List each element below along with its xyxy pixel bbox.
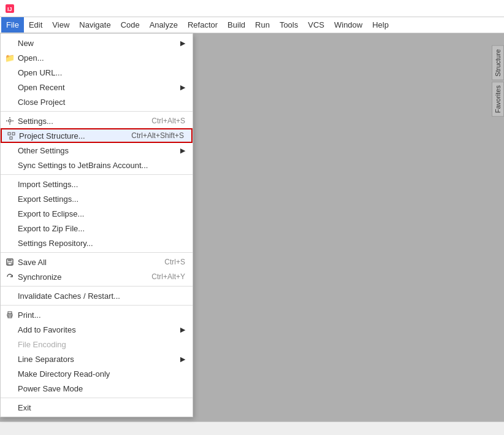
separator-after-synchronize (1, 286, 193, 287)
file-menu-shortcut-project_structure: Ctrl+Alt+Shift+S (131, 131, 184, 140)
favorites-label[interactable]: Favorites (492, 82, 504, 117)
right-sidebar: Structure Favorites (492, 45, 504, 117)
file-menu-item-sync_settings[interactable]: Sync Settings to JetBrains Account... (1, 158, 193, 172)
menu-bar-item-build[interactable]: Build (223, 17, 250, 33)
file-menu-shortcut-synchronize: Ctrl+Alt+Y (151, 272, 185, 281)
file-menu-shortcut-settings: Ctrl+Alt+S (151, 117, 185, 125)
svg-rect-3 (8, 133, 10, 135)
svg-rect-7 (8, 259, 12, 261)
structure-label[interactable]: Structure (492, 45, 504, 80)
file-menu-item-settings[interactable]: Settings...Ctrl+Alt+S (1, 114, 193, 128)
svg-text:IJ: IJ (7, 6, 12, 12)
file-menu-label-print: Print... (18, 310, 41, 320)
file-menu-label-save_all: Save All (18, 258, 47, 267)
file-menu-label-exit: Exit (18, 403, 31, 412)
file-menu-shortcut-save_all: Ctrl+S (164, 258, 185, 266)
file-menu-item-open_recent[interactable]: Open Recent▶ (1, 80, 193, 94)
file-menu-label-open: Open... (18, 53, 44, 63)
separator-after-close_project (1, 111, 193, 112)
file-menu-label-open_url: Open URL... (18, 68, 62, 77)
file-menu-arrow-add_favorites: ▶ (180, 326, 185, 334)
file-menu-item-add_favorites[interactable]: Add to Favorites▶ (1, 322, 193, 337)
file-menu-label-close_project: Close Project (18, 98, 65, 107)
menu-bar-item-view[interactable]: View (47, 17, 74, 33)
file-menu-label-add_favorites: Add to Favorites (18, 325, 76, 334)
file-menu-label-new: New (18, 39, 34, 48)
file-menu-label-synchronize: Synchronize (18, 272, 62, 282)
file-menu-label-line_separators: Line Separators (18, 355, 74, 364)
menu-bar-item-vcs[interactable]: VCS (303, 17, 329, 33)
file-menu-label-make_readonly: Make Directory Read-only (18, 369, 110, 379)
file-menu-item-new[interactable]: New▶ (1, 36, 193, 50)
menu-bar-item-run[interactable]: Run (250, 17, 275, 33)
file-menu-item-close_project[interactable]: Close Project (1, 94, 193, 109)
menu-bar-item-edit[interactable]: Edit (24, 17, 47, 33)
file-menu-arrow-new: ▶ (180, 39, 185, 47)
svg-point-2 (9, 120, 11, 122)
separator-after-sync_settings (1, 174, 193, 175)
menu-bar-item-help[interactable]: Help (367, 17, 394, 33)
menu-bar-item-tools[interactable]: Tools (275, 17, 303, 33)
file-menu-item-open_url[interactable]: Open URL... (1, 65, 193, 80)
svg-rect-5 (10, 137, 12, 139)
file-menu-label-export_zip: Export to Zip File... (18, 224, 85, 233)
file-menu-item-open[interactable]: 📁Open... (1, 50, 193, 65)
file-menu-item-export_eclipse[interactable]: Export to Eclipse... (1, 206, 193, 221)
menu-bar-item-analyze[interactable]: Analyze (145, 17, 183, 33)
file-menu-label-project_structure: Project Structure... (19, 131, 85, 141)
file-menu-arrow-other_settings: ▶ (180, 147, 185, 155)
main-area: Structure Favorites (193, 33, 504, 422)
file-dropdown-menu: New▶📁Open...Open URL...Open Recent▶Close… (0, 33, 193, 417)
file-menu-label-file_encoding: File Encoding (18, 340, 66, 349)
file-menu-arrow-open_recent: ▶ (180, 83, 185, 91)
file-menu-item-exit[interactable]: Exit (1, 400, 193, 415)
file-menu-item-export_settings[interactable]: Export Settings... (1, 191, 193, 206)
file-menu-label-power_save: Power Save Mode (18, 384, 83, 393)
file-menu-label-settings: Settings... (18, 117, 53, 126)
sync-icon (4, 271, 15, 282)
separator-after-settings_repo (1, 252, 193, 253)
settings-icon (4, 115, 15, 126)
file-menu-label-export_settings: Export Settings... (18, 194, 78, 204)
separator-after-power_save (1, 398, 193, 398)
file-menu-label-invalidate: Invalidate Caches / Restart... (18, 291, 120, 301)
file-menu-item-power_save[interactable]: Power Save Mode (1, 381, 193, 396)
file-menu-arrow-line_separators: ▶ (180, 355, 185, 363)
menu-bar-item-refactor[interactable]: Refactor (183, 17, 223, 33)
menu-bar-item-window[interactable]: Window (329, 17, 367, 33)
file-menu-label-export_eclipse: Export to Eclipse... (18, 209, 84, 218)
file-menu-item-synchronize[interactable]: SynchronizeCtrl+Alt+Y (1, 269, 193, 284)
menu-bar-item-code[interactable]: Code (116, 17, 145, 33)
file-menu-item-line_separators[interactable]: Line Separators▶ (1, 352, 193, 366)
menu-bar-item-file[interactable]: File (1, 17, 24, 33)
menu-bar-item-navigate[interactable]: Navigate (74, 17, 115, 33)
file-menu-label-settings_repo: Settings Repository... (18, 239, 93, 248)
file-menu-item-file_encoding: File Encoding (1, 337, 193, 352)
app-icon: IJ (5, 4, 15, 13)
file-menu-label-sync_settings: Sync Settings to JetBrains Account... (18, 161, 148, 170)
file-menu-item-make_readonly[interactable]: Make Directory Read-only (1, 366, 193, 381)
file-menu-label-open_recent: Open Recent (18, 83, 65, 92)
file-menu-item-import_settings[interactable]: Import Settings... (1, 177, 193, 191)
file-menu-item-export_zip[interactable]: Export to Zip File... (1, 221, 193, 236)
status-bar (0, 422, 504, 435)
title-bar: IJ (0, 0, 504, 17)
svg-rect-4 (12, 133, 15, 135)
file-menu-item-project_structure[interactable]: Project Structure...Ctrl+Alt+Shift+S (1, 128, 193, 143)
file-menu-item-save_all[interactable]: Save AllCtrl+S (1, 255, 193, 269)
file-menu-label-other_settings: Other Settings (18, 146, 69, 155)
file-menu-label-import_settings: Import Settings... (18, 180, 78, 189)
file-menu-item-settings_repo[interactable]: Settings Repository... (1, 236, 193, 250)
save-icon (4, 256, 15, 268)
print-icon (4, 309, 15, 320)
file-menu-item-invalidate[interactable]: Invalidate Caches / Restart... (1, 288, 193, 303)
project_structure-icon (6, 130, 17, 141)
file-menu-item-print[interactable]: Print... (1, 307, 193, 322)
menu-bar: FileEditViewNavigateCodeAnalyzeRefactorB… (0, 17, 504, 33)
folder-icon: 📁 (4, 52, 15, 63)
separator-after-invalidate (1, 305, 193, 306)
file-menu-item-other_settings[interactable]: Other Settings▶ (1, 143, 193, 158)
